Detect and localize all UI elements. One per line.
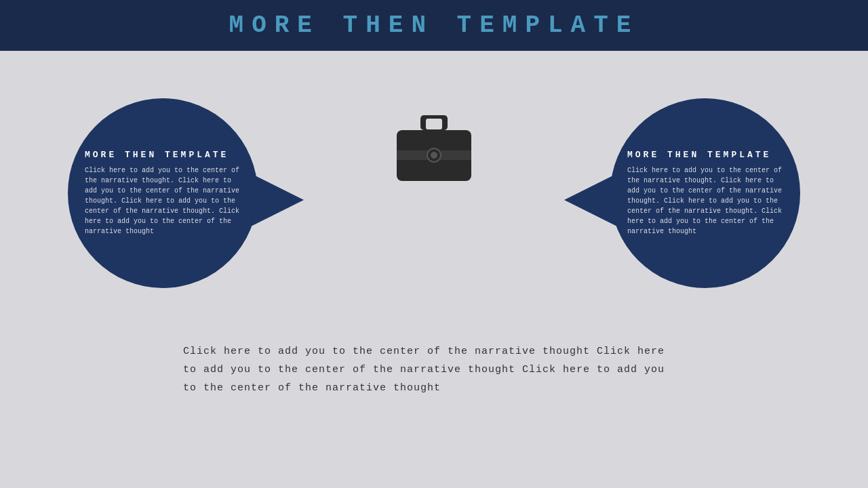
left-circle-heading: MORE THEN TEMPLATE [85, 150, 241, 160]
right-circle-heading: MORE THEN TEMPLATE [627, 150, 783, 160]
center-icon-container [393, 112, 475, 190]
main-content: MORE THEN TEMPLATE Click here to add you… [0, 51, 868, 488]
left-circle-body: Click here to add you to the center of t… [85, 165, 241, 237]
circles-row: MORE THEN TEMPLATE Click here to add you… [0, 92, 868, 308]
right-circle[interactable]: MORE THEN TEMPLATE Click here to add you… [610, 98, 800, 288]
svg-rect-1 [426, 119, 442, 129]
bottom-text-area: Click here to add you to the center of t… [170, 342, 698, 397]
header: MORE THEN TEMPLATE [0, 0, 868, 51]
header-title: MORE THEN TEMPLATE [229, 12, 639, 39]
briefcase-icon [393, 112, 475, 186]
right-circle-body: Click here to add you to the center of t… [627, 165, 783, 237]
svg-point-5 [431, 152, 437, 159]
left-circle[interactable]: MORE THEN TEMPLATE Click here to add you… [68, 98, 258, 288]
bottom-text: Click here to add you to the center of t… [183, 342, 685, 397]
arrow-right-icon [250, 173, 304, 227]
